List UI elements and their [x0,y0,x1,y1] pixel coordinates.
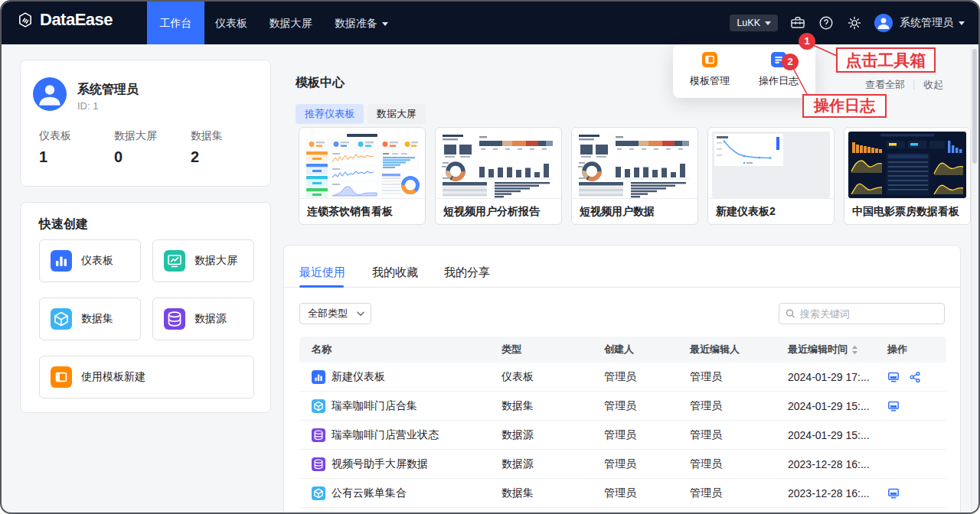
filter-datascreen[interactable]: 数据大屏 [368,104,426,124]
row-name-cell[interactable]: 视频号助手大屏数据 [299,457,501,471]
template-card[interactable]: 短视频用户数据 [571,127,698,225]
username-label[interactable]: 系统管理员 [900,16,953,30]
profile-avatar [33,77,67,111]
template-card[interactable]: 中国电影票房数据看板 [844,127,971,225]
display-action-icon[interactable] [887,487,900,499]
divider [284,287,960,288]
dataease-logo-icon [17,11,34,28]
table-row[interactable]: 视频号助手大屏数据 数据源 管理员 管理员 2023-12-28 16:... [299,450,946,479]
search-box [779,303,945,324]
nav-tab-dataprep[interactable]: 数据准备 [323,2,400,44]
row-type: 数据源 [501,428,604,442]
tab-my-shares[interactable]: 我的分享 [444,265,490,280]
row-editor: 管理员 [690,486,788,500]
chevron-down-icon [357,311,364,317]
datasource-icon [312,457,325,471]
row-name-cell[interactable]: 公有云账单集合 [299,486,501,500]
row-actions [887,371,946,383]
template-thumbnail [303,132,421,198]
nav-tab-workbench[interactable]: 工作台 [147,2,204,44]
menu-item-operation-log[interactable]: 操作日志 [748,52,809,88]
settings-gear-icon[interactable] [846,15,863,31]
profile-id: ID: 1 [77,100,98,112]
profile-name: 系统管理员 [77,82,139,98]
chevron-down-icon [765,21,771,25]
collapse-link[interactable]: 收起 [923,78,943,92]
screen-icon [164,250,185,272]
row-type: 数据集 [501,486,604,500]
row-name-cell[interactable]: 瑞幸咖啡门店合集 [299,399,501,413]
view-all-link[interactable]: 查看全部 [865,78,905,92]
filter-recommended-dashboards[interactable]: 推荐仪表板 [296,104,364,124]
table-row[interactable]: 瑞幸咖啡门店合集 数据集 管理员 管理员 2024-01-29 15:... [299,392,946,421]
annotation-step2-badge: 2 [782,54,799,70]
active-tab-underline [299,285,344,288]
template-card[interactable]: 新建仪表板2 [707,127,835,225]
dashboard-icon [51,250,72,272]
toolbox-dropdown: 模板管理 操作日志 [673,44,815,98]
row-edited-time: 2023-12-28 16:... [788,487,887,499]
table-row[interactable]: 新建仪表板 仪表板 管理员 管理员 2024-01-29 17:... [299,363,946,392]
template-card[interactable]: 连锁茶饮销售看板 [299,127,426,225]
template-card-title: 短视频用户数据 [572,198,697,223]
person-icon [874,14,893,32]
annotation-callout-toolbox: 点击工具箱 [836,47,936,73]
top-navbar: DataEase 工作台 仪表板 数据大屏 数据准备 LuKK [2,2,978,44]
template-card[interactable]: 短视频用户分析报告 [435,127,562,225]
display-action-icon[interactable] [887,400,900,412]
template-card-title: 短视频用户分析报告 [436,198,561,223]
share-action-icon[interactable] [909,371,921,383]
scrollbar-thumb[interactable] [972,49,977,164]
type-filter-select[interactable]: 全部类型 [299,303,371,324]
scrollbar[interactable] [971,46,977,511]
create-dataset-button[interactable]: 数据集 [39,298,141,340]
row-creator: 管理员 [604,486,690,500]
row-name-cell[interactable]: 瑞幸咖啡门店营业状态 [299,428,501,442]
nav-tab-dashboard[interactable]: 仪表板 [204,2,258,44]
quick-create-card: 快速创建 仪表板 数据大屏 数据集 数据源 [20,202,271,413]
workspace-switcher[interactable]: LuKK [730,15,778,31]
tab-my-favorites[interactable]: 我的收藏 [372,265,418,280]
row-editor: 管理员 [690,428,788,442]
search-input[interactable] [800,308,938,320]
template-icon [51,366,72,388]
row-type: 数据集 [501,399,604,413]
template-thumbnail [712,132,830,198]
create-datasource-button[interactable]: 数据源 [152,298,254,340]
chevron-down-icon [959,21,965,25]
table-row[interactable]: 公有云账单集合 数据集 管理员 管理员 2023-12-28 16:... [299,479,946,508]
display-action-icon[interactable] [887,371,900,383]
divider: | [913,78,915,89]
datasource-icon [312,428,325,442]
quick-create-title: 快速创建 [39,216,88,233]
row-creator: 管理员 [604,399,690,413]
annotation-callout-log: 操作日志 [802,94,887,118]
table-row[interactable]: 瑞幸咖啡门店营业状态 数据源 管理员 管理员 2024-01-29 15:... [299,421,946,450]
row-actions [887,400,946,412]
brand-logo[interactable]: DataEase [17,10,113,30]
help-icon[interactable] [818,15,835,31]
template-thumbnail [576,132,694,198]
person-icon [33,77,67,111]
row-type: 数据源 [501,457,604,471]
row-creator: 管理员 [604,370,690,384]
create-datascreen-button[interactable]: 数据大屏 [152,239,254,282]
sort-icon [851,345,858,355]
dataset-icon [312,399,325,413]
nav-tab-datascreen[interactable]: 数据大屏 [258,2,323,44]
stat-datascreen: 数据大屏0 [114,129,157,166]
datasource-icon [164,308,185,330]
row-edited-time: 2024-01-29 15:... [788,429,887,441]
template-thumbnail [439,132,557,198]
user-avatar[interactable] [874,14,893,32]
annotation-step1-badge: 1 [799,33,815,50]
template-manage-icon [702,52,717,67]
sortable-header-edited-time[interactable]: 最近编辑时间 [788,343,887,356]
tab-recently-used[interactable]: 最近使用 [299,265,345,280]
table-header: 名称 类型 创建人 最近编辑人 最近编辑时间 操作 [299,337,946,363]
menu-item-template-manage[interactable]: 模板管理 [679,52,740,88]
create-from-template-button[interactable]: 使用模板新建 [39,356,254,399]
row-name-cell[interactable]: 新建仪表板 [299,370,501,384]
create-dashboard-button[interactable]: 仪表板 [39,239,141,282]
toolbox-icon[interactable] [789,15,806,31]
